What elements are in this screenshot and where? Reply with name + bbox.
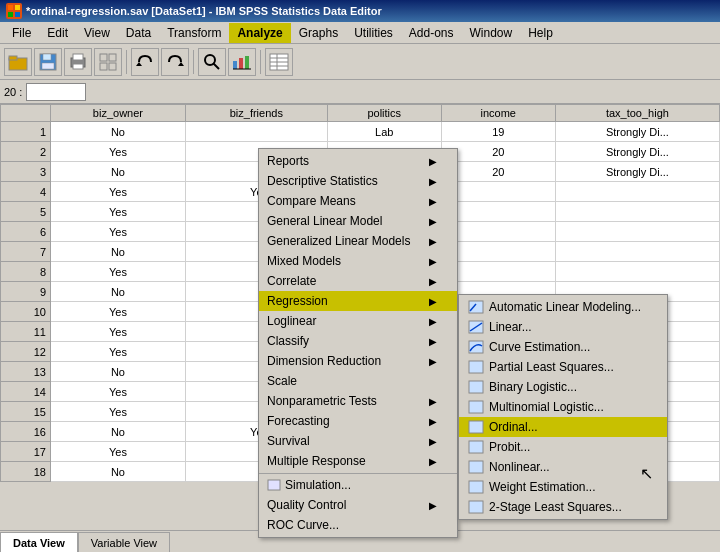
svg-rect-8 — [42, 63, 54, 69]
menu-utilities[interactable]: Utilities — [346, 23, 401, 43]
cell-income[interactable]: 20 — [441, 162, 555, 182]
cell-biz_owner[interactable]: No — [51, 242, 186, 262]
cell-biz_owner[interactable]: Yes — [51, 382, 186, 402]
submenu-binary-logistic[interactable]: Binary Logistic... — [459, 377, 667, 397]
cell-biz_owner[interactable]: No — [51, 462, 186, 482]
cell-biz_owner[interactable]: Yes — [51, 202, 186, 222]
menu-item-multiple-response[interactable]: Multiple Response▶ — [259, 451, 457, 471]
cell-tax_too_high[interactable] — [555, 262, 719, 282]
cell-income[interactable]: 20 — [441, 142, 555, 162]
analyze-menu: Reports▶ Descriptive Statistics▶ Compare… — [258, 148, 458, 538]
menu-item-survival[interactable]: Survival▶ — [259, 431, 457, 451]
cell-biz_owner[interactable]: Yes — [51, 182, 186, 202]
cell-biz_owner[interactable]: No — [51, 282, 186, 302]
cell-biz_friends[interactable] — [185, 122, 327, 142]
cell-income[interactable] — [441, 182, 555, 202]
col-header-tax-too-high[interactable]: tax_too_high — [555, 105, 719, 122]
submenu-2stage[interactable]: 2-Stage Least Squares... — [459, 497, 667, 517]
submenu-partial-least[interactable]: Partial Least Squares... — [459, 357, 667, 377]
cell-tax_too_high[interactable]: Strongly Di... — [555, 162, 719, 182]
menu-edit[interactable]: Edit — [39, 23, 76, 43]
menu-item-nonparametric[interactable]: Nonparametric Tests▶ — [259, 391, 457, 411]
menu-analyze[interactable]: Analyze — [229, 23, 290, 43]
cell-biz_owner[interactable]: Yes — [51, 322, 186, 342]
cell-income[interactable] — [441, 262, 555, 282]
menu-item-forecasting[interactable]: Forecasting▶ — [259, 411, 457, 431]
menu-item-glm[interactable]: General Linear Model▶ — [259, 211, 457, 231]
menu-item-quality[interactable]: Quality Control▶ — [259, 495, 457, 515]
cell-biz_owner[interactable]: Yes — [51, 222, 186, 242]
cell-biz_owner[interactable]: Yes — [51, 142, 186, 162]
cell-income[interactable] — [441, 242, 555, 262]
cell-biz_owner[interactable]: Yes — [51, 442, 186, 462]
multinomial-icon — [467, 400, 485, 414]
menu-item-correlate[interactable]: Correlate▶ — [259, 271, 457, 291]
submenu-auto-linear[interactable]: Automatic Linear Modeling... — [459, 297, 667, 317]
toolbar-redo[interactable] — [161, 48, 189, 76]
cell-value-input[interactable] — [26, 83, 86, 101]
cell-biz_owner[interactable]: Yes — [51, 402, 186, 422]
toolbar-open[interactable] — [4, 48, 32, 76]
submenu-weight[interactable]: Weight Estimation... — [459, 477, 667, 497]
submenu-nonlinear[interactable]: Nonlinear... — [459, 457, 667, 477]
cell-tax_too_high[interactable] — [555, 182, 719, 202]
menu-transform[interactable]: Transform — [159, 23, 229, 43]
menu-view[interactable]: View — [76, 23, 118, 43]
menu-window[interactable]: Window — [462, 23, 521, 43]
auto-linear-icon — [467, 300, 485, 314]
cell-tax_too_high[interactable] — [555, 222, 719, 242]
menu-item-mixed[interactable]: Mixed Models▶ — [259, 251, 457, 271]
menu-item-simulation[interactable]: Simulation... — [259, 473, 457, 495]
menu-item-roc[interactable]: ROC Curve... — [259, 515, 457, 535]
submenu-linear[interactable]: Linear... — [459, 317, 667, 337]
toolbar-find[interactable] — [198, 48, 226, 76]
toolbar-save[interactable] — [34, 48, 62, 76]
menu-item-descriptive[interactable]: Descriptive Statistics▶ — [259, 171, 457, 191]
submenu-probit[interactable]: Probit... — [459, 437, 667, 457]
cell-biz_owner[interactable]: Yes — [51, 302, 186, 322]
cell-tax_too_high[interactable]: Strongly Di... — [555, 142, 719, 162]
menu-item-reports[interactable]: Reports▶ — [259, 151, 457, 171]
toolbar-print[interactable] — [64, 48, 92, 76]
submenu-curve-estimation[interactable]: Curve Estimation... — [459, 337, 667, 357]
cell-tax_too_high[interactable] — [555, 202, 719, 222]
cell-biz_owner[interactable]: No — [51, 362, 186, 382]
cell-biz_owner[interactable]: No — [51, 422, 186, 442]
tab-variable-view[interactable]: Variable View — [78, 532, 170, 552]
cell-biz_owner[interactable]: No — [51, 122, 186, 142]
menu-help[interactable]: Help — [520, 23, 561, 43]
submenu-multinomial[interactable]: Multinomial Logistic... — [459, 397, 667, 417]
toolbar-grid[interactable] — [94, 48, 122, 76]
cell-income[interactable] — [441, 202, 555, 222]
menu-item-regression[interactable]: Regression▶ — [259, 291, 457, 311]
cell-tax_too_high[interactable] — [555, 242, 719, 262]
toolbar-variables[interactable] — [265, 48, 293, 76]
col-header-biz-owner[interactable]: biz_owner — [51, 105, 186, 122]
svg-rect-41 — [469, 481, 483, 493]
menu-data[interactable]: Data — [118, 23, 159, 43]
cell-tax_too_high[interactable]: Strongly Di... — [555, 122, 719, 142]
toolbar-undo[interactable] — [131, 48, 159, 76]
submenu-ordinal[interactable]: Ordinal... — [459, 417, 667, 437]
cell-biz_owner[interactable]: No — [51, 162, 186, 182]
toolbar-chart[interactable] — [228, 48, 256, 76]
tab-data-view[interactable]: Data View — [0, 532, 78, 552]
menu-item-scale[interactable]: Scale — [259, 371, 457, 391]
menu-graphs[interactable]: Graphs — [291, 23, 346, 43]
col-header-income[interactable]: income — [441, 105, 555, 122]
menu-item-classify[interactable]: Classify▶ — [259, 331, 457, 351]
menu-addons[interactable]: Add-ons — [401, 23, 462, 43]
menu-item-loglinear[interactable]: Loglinear▶ — [259, 311, 457, 331]
cell-income[interactable]: 19 — [441, 122, 555, 142]
cell-income[interactable] — [441, 222, 555, 242]
linear-icon — [467, 320, 485, 334]
menu-file[interactable]: File — [4, 23, 39, 43]
menu-item-compare-means[interactable]: Compare Means▶ — [259, 191, 457, 211]
col-header-politics[interactable]: politics — [327, 105, 441, 122]
cell-politics[interactable]: Lab — [327, 122, 441, 142]
menu-item-gen-linear[interactable]: Generalized Linear Models▶ — [259, 231, 457, 251]
cell-biz_owner[interactable]: Yes — [51, 342, 186, 362]
col-header-biz-friends[interactable]: biz_friends — [185, 105, 327, 122]
menu-item-dim-reduction[interactable]: Dimension Reduction▶ — [259, 351, 457, 371]
cell-biz_owner[interactable]: Yes — [51, 262, 186, 282]
